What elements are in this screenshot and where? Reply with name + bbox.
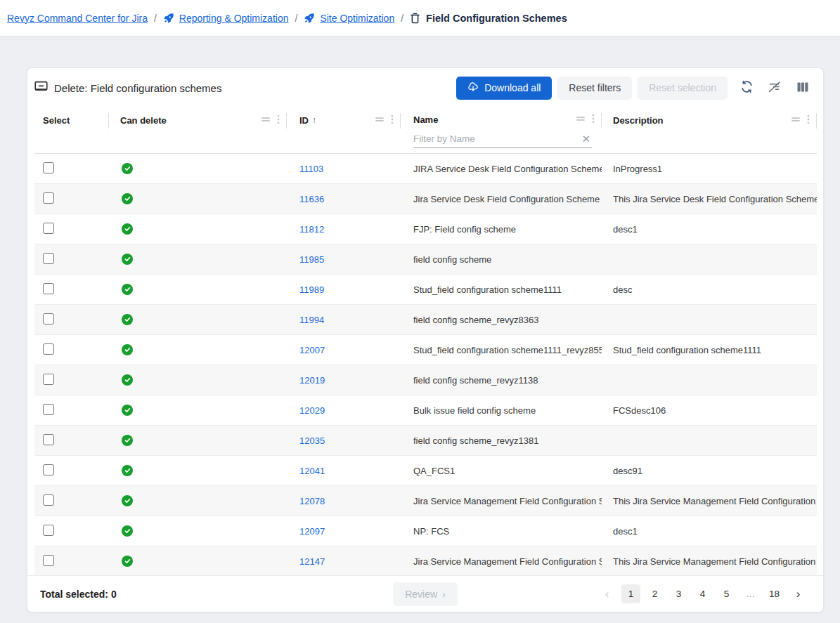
column-menu-icon[interactable] bbox=[391, 114, 394, 126]
row-select-cell bbox=[34, 555, 109, 568]
column-header-can-delete[interactable]: Can delete bbox=[109, 107, 287, 153]
pagination-page-4[interactable]: 4 bbox=[693, 584, 712, 603]
row-can-delete-cell bbox=[109, 344, 287, 355]
refresh-button[interactable] bbox=[737, 79, 756, 97]
table-row: 12078 Jira Service Management Field Conf… bbox=[34, 486, 817, 516]
pagination-page-5[interactable]: 5 bbox=[717, 584, 736, 603]
row-checkbox[interactable] bbox=[43, 374, 54, 385]
row-description: desc bbox=[602, 284, 817, 295]
column-menu-icon[interactable] bbox=[592, 114, 595, 126]
pagination-page-18[interactable]: 18 bbox=[765, 584, 784, 603]
column-header-name[interactable]: Name ✕ bbox=[401, 107, 602, 153]
column-menu-icon[interactable] bbox=[807, 114, 810, 126]
breadcrumb-label: Field Configuration Schemes bbox=[426, 13, 567, 24]
row-checkbox[interactable] bbox=[43, 162, 54, 173]
breadcrumb-separator: / bbox=[295, 13, 297, 24]
reset-selection-button[interactable]: Reset selection bbox=[638, 77, 728, 100]
manage-columns-button[interactable] bbox=[794, 79, 812, 97]
filter-bars-icon[interactable] bbox=[576, 114, 586, 125]
row-can-delete-cell bbox=[109, 465, 287, 476]
row-id-link[interactable]: 11636 bbox=[299, 194, 324, 204]
row-checkbox[interactable] bbox=[43, 253, 54, 264]
row-can-delete-cell bbox=[109, 254, 287, 265]
column-header-id[interactable]: ID ↑ bbox=[287, 107, 401, 153]
row-checkbox[interactable] bbox=[43, 313, 54, 324]
row-checkbox[interactable] bbox=[43, 404, 54, 415]
row-id-link[interactable]: 11994 bbox=[299, 315, 324, 325]
pagination-prev-icon[interactable]: ‹ bbox=[597, 584, 616, 603]
filter-bars-icon[interactable] bbox=[791, 115, 801, 126]
row-id-link[interactable]: 12007 bbox=[299, 345, 325, 355]
pagination-page-1[interactable]: 1 bbox=[621, 584, 640, 603]
row-name: NP: FCS bbox=[401, 526, 602, 537]
review-button[interactable]: Review › bbox=[393, 582, 458, 606]
row-id-cell: 11994 bbox=[287, 315, 401, 325]
row-checkbox[interactable] bbox=[43, 223, 54, 234]
row-checkbox[interactable] bbox=[43, 494, 54, 506]
row-id-link[interactable]: 12041 bbox=[299, 466, 325, 476]
table-row: 12029 Bulk issue field config scheme FCS… bbox=[34, 395, 817, 426]
column-label-can-delete: Can delete bbox=[120, 115, 167, 126]
row-checkbox[interactable] bbox=[43, 464, 54, 476]
table-row: 11636 Jira Service Desk Field Configurat… bbox=[34, 184, 817, 214]
row-id-link[interactable]: 11103 bbox=[299, 164, 323, 174]
sort-ascending-icon[interactable]: ↑ bbox=[312, 115, 316, 125]
row-id-link[interactable]: 12147 bbox=[299, 556, 325, 567]
row-id-cell: 11989 bbox=[287, 284, 401, 295]
row-can-delete-cell bbox=[109, 525, 287, 537]
row-checkbox[interactable] bbox=[43, 343, 54, 355]
clear-filter-icon[interactable]: ✕ bbox=[580, 133, 592, 144]
table-row: 12007 Stud_field configuration scheme111… bbox=[34, 335, 817, 365]
download-all-button[interactable]: Download all bbox=[456, 77, 552, 100]
row-id-link[interactable]: 12035 bbox=[299, 435, 325, 446]
breadcrumb-separator: / bbox=[401, 13, 403, 24]
row-id-link[interactable]: 12097 bbox=[299, 526, 325, 537]
row-checkbox[interactable] bbox=[43, 283, 54, 294]
column-label-name: Name bbox=[413, 114, 438, 125]
row-id-link[interactable]: 12029 bbox=[299, 405, 325, 416]
row-description: desc1 bbox=[602, 526, 817, 537]
row-checkbox[interactable] bbox=[43, 525, 54, 536]
pagination-page-2[interactable]: 2 bbox=[645, 584, 664, 603]
row-id-cell: 11636 bbox=[287, 194, 401, 204]
check-circle-icon bbox=[122, 465, 133, 476]
pagination-next-icon[interactable]: › bbox=[789, 584, 808, 603]
row-checkbox[interactable] bbox=[43, 434, 54, 445]
row-checkbox[interactable] bbox=[43, 555, 54, 566]
breadcrumb-link-reporting-optimization[interactable]: Reporting & Optimization bbox=[163, 13, 289, 24]
row-id-link[interactable]: 11989 bbox=[299, 284, 324, 295]
row-description: This Jira Service Management Field Confi… bbox=[602, 556, 817, 567]
row-id-link[interactable]: 11812 bbox=[299, 224, 324, 235]
pagination-page-3[interactable]: 3 bbox=[669, 584, 688, 603]
row-name: JIRA Service Desk Field Configuration Sc… bbox=[401, 164, 602, 174]
check-circle-icon bbox=[122, 495, 133, 506]
column-menu-icon[interactable] bbox=[277, 114, 280, 126]
row-select-cell bbox=[34, 253, 109, 266]
rocket-icon bbox=[304, 13, 315, 24]
row-id-cell: 12097 bbox=[287, 526, 401, 537]
column-header-description[interactable]: Description bbox=[602, 107, 817, 153]
row-id-link[interactable]: 12078 bbox=[299, 496, 325, 506]
check-circle-icon bbox=[122, 254, 133, 265]
table-header: Select Can delete ID bbox=[34, 107, 817, 154]
schemes-panel: Delete: Field configuration schemes Down… bbox=[27, 67, 824, 612]
row-checkbox[interactable] bbox=[43, 192, 54, 204]
table-row: 12097 NP: FCS desc1 bbox=[34, 516, 817, 546]
row-id-link[interactable]: 12019 bbox=[299, 375, 325, 386]
table-row: 11103 JIRA Service Desk Field Configurat… bbox=[34, 154, 817, 184]
filter-bars-icon[interactable] bbox=[261, 115, 271, 126]
row-name: Jira Service Desk Field Configuration Sc… bbox=[401, 194, 602, 204]
breadcrumb-link-site-optimization[interactable]: Site Optimization bbox=[304, 13, 394, 24]
clear-filters-button[interactable] bbox=[765, 79, 784, 97]
check-circle-icon bbox=[122, 223, 133, 235]
row-select-cell bbox=[34, 223, 109, 236]
filter-bars-icon[interactable] bbox=[375, 115, 385, 126]
column-header-select: Select bbox=[34, 107, 109, 153]
download-all-label: Download all bbox=[484, 82, 541, 93]
breadcrumb-link-command-center[interactable]: Revyz Command Center for Jira bbox=[7, 13, 148, 24]
name-filter-input[interactable] bbox=[413, 133, 580, 144]
top-bar: Revyz Command Center for Jira / Reportin… bbox=[0, 0, 840, 37]
reset-filters-button[interactable]: Reset filters bbox=[557, 77, 632, 100]
check-circle-icon bbox=[122, 435, 133, 446]
row-id-link[interactable]: 11985 bbox=[299, 254, 324, 265]
